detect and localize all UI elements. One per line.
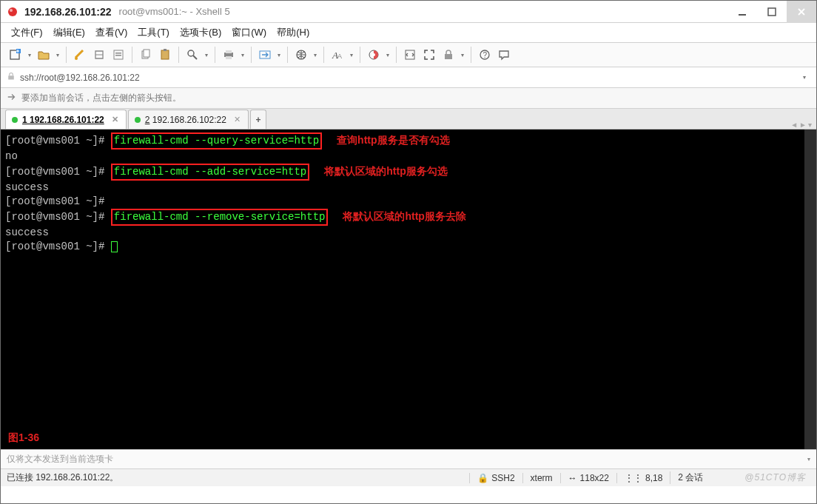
svg-text:?: ? [483, 51, 488, 59]
status-dot-icon [135, 117, 141, 123]
cursor-icon: ⋮⋮ [625, 473, 642, 483]
scrollbar[interactable] [804, 130, 816, 449]
find-dropdown[interactable]: ▾ [203, 52, 210, 58]
new-tab-button[interactable]: + [250, 110, 266, 129]
tab-next-icon[interactable]: ► [799, 121, 807, 129]
send-bar-dropdown[interactable]: ▾ [807, 456, 810, 463]
hint-text: 要添加当前会话，点击左侧的箭头按钮。 [21, 92, 181, 104]
lock-dropdown[interactable]: ▾ [459, 52, 466, 58]
address-bar[interactable]: ssh://root@192.168.26.101:22 ▾ [1, 67, 816, 88]
session-tab-2[interactable]: 2 192.168.26.102:22 ✕ [128, 110, 249, 129]
svg-text:A: A [337, 53, 342, 60]
title-host: 192.168.26.101:22 [24, 6, 112, 18]
tab-close-icon[interactable]: ✕ [234, 115, 241, 124]
menu-tools[interactable]: 工具(T) [138, 26, 169, 39]
print-dropdown[interactable]: ▾ [239, 52, 246, 58]
font-dropdown[interactable]: ▾ [348, 52, 355, 58]
new-session-icon[interactable] [7, 46, 24, 64]
status-dot-icon [12, 117, 18, 123]
tab-close-icon[interactable]: ✕ [112, 115, 118, 124]
output-1: no [5, 149, 812, 164]
find-icon[interactable] [184, 46, 201, 64]
status-session-count: 2 会话 [670, 471, 710, 484]
session-tab-1[interactable]: 1 192.168.26.101:22 ✕ [5, 110, 127, 129]
web-icon[interactable] [292, 46, 310, 64]
open-dropdown[interactable]: ▾ [54, 52, 61, 58]
status-connection: 已连接 192.168.26.101:22。 [7, 471, 469, 484]
status-cursor-pos: ⋮⋮8,18 [616, 473, 670, 483]
svg-rect-3 [768, 8, 776, 16]
feedback-icon[interactable] [495, 46, 513, 64]
maximize-button[interactable] [757, 1, 787, 23]
svg-rect-17 [226, 56, 232, 59]
menu-help[interactable]: 帮助(H) [277, 26, 309, 39]
menu-tabs[interactable]: 选项卡(B) [180, 26, 221, 39]
output-3: success [5, 226, 812, 240]
send-bar-text: 仅将文本发送到当前选项卡 [7, 453, 113, 466]
menu-window[interactable]: 窗口(W) [232, 26, 266, 39]
help-icon[interactable]: ? [476, 46, 494, 64]
menu-bar: 文件(F) 编辑(E) 查看(V) 工具(T) 选项卡(B) 窗口(W) 帮助(… [1, 23, 816, 42]
size-icon: ↔ [568, 473, 577, 483]
annotation-2: 将默认区域的http服务勾选 [324, 164, 447, 178]
svg-rect-2 [739, 14, 746, 16]
svg-point-14 [188, 50, 194, 56]
minimize-button[interactable] [727, 1, 757, 23]
color-dropdown[interactable]: ▾ [384, 52, 391, 58]
terminal[interactable]: [root@vms001 ~]# firewall-cmd --query-se… [1, 130, 816, 449]
web-dropdown[interactable]: ▾ [312, 52, 319, 58]
menu-view[interactable]: 查看(V) [95, 26, 127, 39]
tab-list-icon[interactable]: ▾ [808, 121, 812, 129]
new-session-dropdown[interactable]: ▾ [26, 52, 33, 58]
tab-label: 2 192.168.26.102:22 [145, 115, 226, 125]
address-dropdown[interactable]: ▾ [798, 74, 810, 81]
svg-rect-12 [161, 50, 169, 59]
title-sub: root@vms001:~ - Xshell 5 [119, 6, 230, 17]
status-bar: 已连接 192.168.26.101:22。 🔒SSH2 xterm ↔118x… [1, 468, 816, 486]
svg-rect-13 [164, 49, 167, 51]
disconnect-icon[interactable] [90, 46, 108, 64]
status-term-type: xterm [522, 473, 560, 483]
svg-point-23 [372, 53, 375, 56]
watermark: @51CTO博客 [740, 471, 810, 484]
tab-label: 1 192.168.26.101:22 [22, 115, 104, 125]
svg-rect-8 [115, 53, 121, 54]
color-icon[interactable] [365, 46, 383, 64]
properties-icon[interactable] [110, 46, 127, 64]
status-term-size: ↔118x22 [560, 473, 616, 483]
toolbar: ▾ ▾ ▾ ▾ ▾ ▾ AA ▾ ▾ ▾ ? [1, 42, 816, 67]
xftp-icon[interactable] [256, 46, 274, 64]
svg-rect-16 [226, 50, 232, 53]
xftp-dropdown[interactable]: ▾ [275, 52, 283, 58]
font-icon[interactable]: AA [329, 46, 346, 64]
send-bar[interactable]: 仅将文本发送到当前选项卡 ▾ [1, 449, 816, 468]
lock-icon[interactable] [440, 46, 457, 64]
script-icon[interactable] [401, 46, 419, 64]
open-icon[interactable] [35, 46, 53, 64]
app-icon [7, 6, 19, 18]
cursor [111, 241, 118, 252]
close-button[interactable] [787, 1, 816, 23]
lock-small-icon: 🔒 [477, 473, 488, 483]
svg-point-6 [75, 57, 78, 60]
tab-strip: 1 192.168.26.101:22 ✕ 2 192.168.26.102:2… [1, 109, 816, 130]
hint-arrow-icon[interactable] [7, 92, 17, 104]
tab-prev-icon[interactable]: ◄ [790, 121, 798, 129]
svg-point-1 [10, 9, 13, 12]
menu-edit[interactable]: 编辑(E) [53, 26, 85, 39]
annotation-3: 将默认区域的http服务去除 [343, 209, 465, 224]
status-protocol: 🔒SSH2 [469, 473, 522, 483]
print-icon[interactable] [220, 46, 238, 64]
fullscreen-icon[interactable] [420, 46, 438, 64]
address-text: ssh://root@192.168.26.101:22 [20, 73, 140, 83]
paste-icon[interactable] [156, 46, 174, 64]
reconnect-icon[interactable] [71, 46, 89, 64]
output-2: success [5, 181, 812, 195]
copy-icon[interactable] [137, 46, 155, 64]
ssh-lock-icon [7, 72, 16, 83]
svg-point-0 [8, 7, 17, 16]
svg-rect-25 [445, 54, 452, 59]
svg-rect-9 [115, 55, 121, 56]
menu-file[interactable]: 文件(F) [11, 26, 43, 39]
figure-label: 图1-36 [8, 431, 39, 445]
